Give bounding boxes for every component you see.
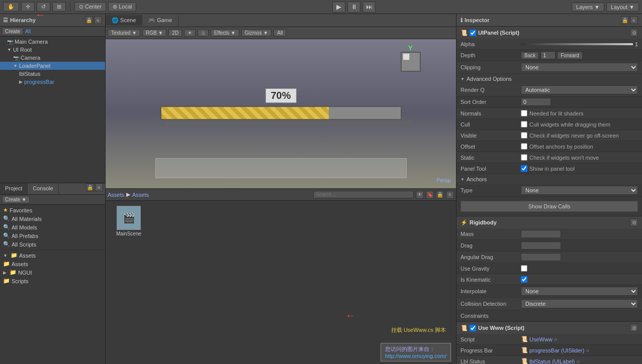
- effects-button[interactable]: Effects ▼: [211, 29, 239, 37]
- renderq-dropdown[interactable]: Automatic: [521, 85, 638, 94]
- play-button[interactable]: ▶: [332, 2, 345, 13]
- project-item-ngui[interactable]: ▶ 📁 NGUI: [0, 268, 105, 277]
- eye-button[interactable]: 👁: [416, 191, 424, 199]
- use-www-title: Use Www (Script): [478, 325, 524, 331]
- angular-drag-input[interactable]: 0.05: [521, 253, 561, 261]
- clipping-label: Clipping: [461, 64, 521, 70]
- project-lock-btn[interactable]: 🔒: [86, 183, 94, 191]
- hierarchy-create-button[interactable]: Create: [2, 28, 23, 35]
- pause-button[interactable]: ⏸: [347, 2, 360, 13]
- move-tool-button[interactable]: ✛: [21, 2, 35, 12]
- bookmark-button[interactable]: 🔖: [426, 191, 434, 199]
- anchors-type-label: Type: [461, 187, 521, 193]
- rigidbody-header[interactable]: ⚡ Rigidbody ⚙: [456, 216, 642, 228]
- hierarchy-menu-btn[interactable]: ≡: [94, 16, 102, 24]
- static-checkbox[interactable]: [521, 154, 527, 161]
- rgb-button[interactable]: RGB ▼: [142, 29, 166, 37]
- inspector-lock-btn[interactable]: 🔒: [621, 16, 629, 24]
- project-item-all-scripts[interactable]: 🔍 All Scripts: [0, 240, 105, 249]
- project-item-all-materials[interactable]: 🔍 All Materials: [0, 214, 105, 223]
- script-icon: 📜: [461, 30, 468, 36]
- offset-checkbox[interactable]: [521, 143, 527, 150]
- hierarchy-item-progress-bar[interactable]: ▶ progressBar: [0, 78, 105, 86]
- is-kinematic-checkbox[interactable]: [521, 276, 527, 283]
- hierarchy-lock-btn[interactable]: 🔒: [85, 16, 93, 24]
- lighting-button[interactable]: ☀: [184, 29, 196, 37]
- uipanel-header[interactable]: 📜 UIPanel (Script) ⚙: [456, 27, 642, 39]
- inspector-menu-btn[interactable]: ≡: [630, 16, 638, 24]
- component-settings-btn[interactable]: ⚙: [630, 29, 638, 37]
- hierarchy-item-loader-panel[interactable]: ▼ LoaderPanel: [0, 62, 105, 70]
- step-button[interactable]: ⏭: [362, 2, 376, 13]
- rigidbody-settings-btn[interactable]: ⚙: [630, 218, 638, 226]
- menu-button[interactable]: ≡: [446, 191, 454, 199]
- project-create-button[interactable]: Create ▼: [2, 196, 30, 203]
- project-assets-header[interactable]: ▼ 📁 Assets: [0, 251, 105, 260]
- hierarchy-item-lbl-status[interactable]: lblStatus: [0, 70, 105, 78]
- drag-row: Drag 0: [456, 240, 642, 252]
- use-www-header[interactable]: 📜 Use Www (Script) ⚙: [456, 322, 642, 334]
- use-gravity-checkbox[interactable]: [521, 265, 527, 272]
- asset-name-label: MainScene: [116, 231, 141, 236]
- scene-tab-scene[interactable]: 🌐 Scene: [106, 15, 142, 26]
- asset-main-scene[interactable]: 🎬 MainScene: [109, 204, 149, 238]
- use-www-enable-checkbox[interactable]: [470, 325, 476, 331]
- anchors-type-dropdown[interactable]: None: [521, 186, 638, 195]
- project-item-scripts[interactable]: 📁 Scripts: [0, 277, 105, 285]
- project-item-all-prefabs[interactable]: 🔍 All Prefabs: [0, 231, 105, 240]
- hierarchy-item-camera[interactable]: 📷 Camera: [0, 54, 105, 62]
- depth-value-input[interactable]: [540, 51, 556, 59]
- clipping-dropdown[interactable]: None: [521, 63, 638, 72]
- all-button[interactable]: All: [273, 29, 286, 37]
- audio-button[interactable]: ♫: [198, 29, 209, 37]
- toolbar-separator-1: [70, 3, 70, 12]
- interpolate-dropdown[interactable]: None: [521, 287, 638, 296]
- visible-checkbox[interactable]: [521, 132, 527, 139]
- hierarchy-item-ui-root[interactable]: ▼ UI Root: [0, 46, 105, 54]
- hand-tool-button[interactable]: ✋: [3, 2, 19, 12]
- textured-button[interactable]: Textured ▼: [108, 29, 140, 37]
- hierarchy-panel: ☰ Hierarchy 🔒 ≡ Create All 📷 Main Camera…: [0, 14, 105, 183]
- gizmos-button[interactable]: Gizmos ▼: [241, 29, 272, 37]
- visible-label: Visible: [461, 133, 521, 139]
- depth-back-button[interactable]: Back: [521, 52, 539, 59]
- drag-input[interactable]: 0: [521, 241, 561, 250]
- breadcrumb-assets: Assets: [108, 192, 124, 198]
- offset-desc: Offset anchors by position: [529, 144, 593, 150]
- breadcrumb-sep: ▶: [126, 191, 130, 198]
- bottom-panel: Assets ▶ Assets 👁 🔖 🔒 ≡ 🎬 MainScene ←: [106, 188, 456, 364]
- uipanel-enable-checkbox[interactable]: [470, 30, 476, 36]
- panel-tool-label: Panel Tool: [461, 166, 521, 172]
- layers-dropdown-button[interactable]: Layers ▼: [572, 3, 604, 12]
- use-www-settings-btn[interactable]: ⚙: [630, 324, 638, 332]
- show-draw-calls-button[interactable]: Show Draw Calls: [461, 201, 638, 212]
- depth-forward-button[interactable]: Forward: [557, 52, 583, 59]
- mass-input[interactable]: 1: [521, 230, 561, 238]
- anchors-header[interactable]: ▼ Anchors: [456, 174, 642, 184]
- normals-checkbox[interactable]: [521, 110, 527, 116]
- project-item-all-models[interactable]: 🔍 All Models: [0, 223, 105, 231]
- lock-button[interactable]: 🔒: [436, 191, 444, 199]
- scene-tab-game[interactable]: 🎮 Game: [142, 15, 178, 26]
- advanced-options-header[interactable]: ▼ Advanced Options: [456, 74, 642, 84]
- alpha-slider[interactable]: [521, 43, 633, 45]
- scene-viewport[interactable]: 70% Y → Persp: [106, 39, 456, 188]
- project-tab-project[interactable]: Project: [0, 183, 28, 194]
- 2d-button[interactable]: 2D: [168, 29, 182, 37]
- center-button[interactable]: ⊙ Center: [74, 2, 106, 12]
- sortorder-input[interactable]: [521, 98, 551, 106]
- project-favorites-header[interactable]: ★ Favorites: [0, 206, 105, 214]
- local-button[interactable]: ⊛ Local: [108, 2, 136, 12]
- cull-checkbox[interactable]: [521, 121, 527, 128]
- project-tab-console[interactable]: Console: [28, 183, 58, 194]
- collision-detection-dropdown[interactable]: Discrete: [521, 299, 638, 308]
- project-menu-btn[interactable]: ≡: [95, 183, 103, 191]
- project-item-assets[interactable]: 📁 Assets: [0, 260, 105, 268]
- panel-tool-checkbox[interactable]: [521, 165, 527, 172]
- hierarchy-item-main-camera[interactable]: 📷 Main Camera: [0, 38, 105, 46]
- project-search-input[interactable]: [313, 191, 414, 198]
- show-draw-calls-container: Show Draw Calls: [456, 197, 642, 216]
- use-gravity-label: Use Gravity: [461, 266, 521, 272]
- layout-dropdown-button[interactable]: Layout ▼: [606, 3, 639, 12]
- scale-tool-button[interactable]: ⊞: [52, 2, 66, 12]
